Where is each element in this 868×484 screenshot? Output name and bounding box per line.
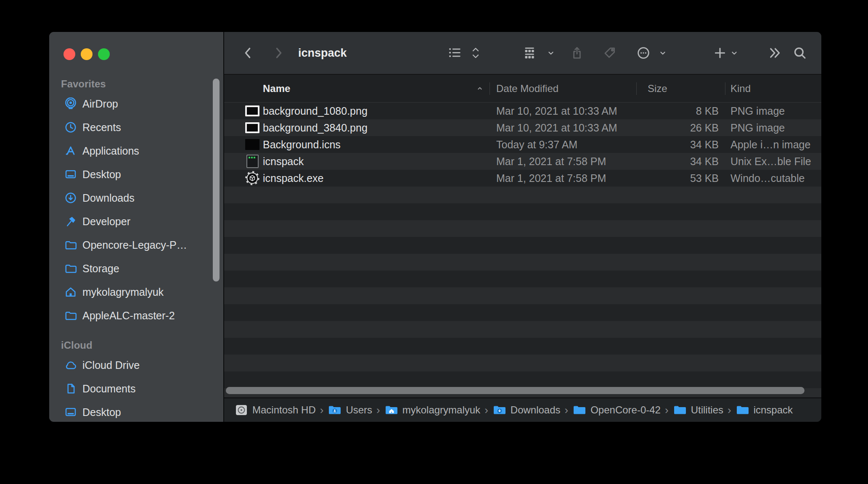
sidebar-item-label: Recents [82,121,121,134]
sidebar-item-label: Desktop [82,168,121,181]
unix-thumb-icon [244,153,261,170]
file-kind: Windo…cutable [730,170,804,187]
file-name: Background.icns [263,136,341,153]
column-header-size[interactable]: Size [648,83,667,95]
sidebar-item-opencore-legacy-p-[interactable]: Opencore-Legacy-P… [49,233,223,257]
home-icon [64,286,77,298]
column-header-date[interactable]: Date Modified [496,83,558,95]
file-date-modified: Today at 9:37 AM [496,136,577,153]
sidebar-item-airdrop[interactable]: AirDrop [49,92,223,116]
sidebar-item-label: Applications [82,145,139,157]
file-name: background_3840.png [263,119,368,136]
column-divider[interactable] [636,82,637,95]
file-date-modified: Mar 1, 2021 at 7:58 PM [496,153,606,170]
folder-icon [64,239,77,251]
group-chevron-icon[interactable] [546,48,556,58]
share-button[interactable] [570,46,584,60]
file-name: icnspack.exe [263,170,324,187]
sidebar-item-desktop[interactable]: Desktop [49,400,223,422]
forward-button[interactable] [271,46,286,60]
sidebar-section: iCloudiCloud DriveDocumentsDesktop [49,339,223,422]
file-kind: Unix Ex…ble File [730,153,811,170]
breadcrumb-item-opencore-0-42[interactable]: OpenCore-0-42 [572,404,661,416]
minimize-button[interactable] [81,48,93,60]
column-header-kind[interactable]: Kind [730,83,751,95]
sidebar-item-label: Documents [82,383,135,395]
file-size: 26 KB [636,119,719,136]
file-name: background_1080.png [263,103,368,119]
breadcrumb-item-users[interactable]: Users [328,404,372,416]
column-divider[interactable] [725,82,725,95]
sidebar-item-developer[interactable]: Developer [49,210,223,233]
window-controls [64,48,110,60]
png-thumb-icon [244,103,261,119]
sort-ascending-icon [476,84,484,93]
file-size: 53 KB [636,170,719,187]
add-chevron-icon[interactable] [730,48,739,58]
breadcrumb-separator: › [728,405,731,416]
breadcrumb-label: icnspack [754,404,793,416]
more-chevron-icon[interactable] [658,48,667,58]
table-row[interactable]: background_3840.pngMar 10, 2021 at 10:33… [224,119,821,136]
sidebar-item-recents[interactable]: Recents [49,116,223,139]
folder-plain-icon [673,404,687,416]
horizontal-scrollbar[interactable] [226,387,804,394]
sidebar-section-label: Favorites [61,78,223,90]
file-name: icnspack [263,153,304,170]
column-divider[interactable] [490,82,490,95]
sidebar-item-label: mykolagrymalyuk [82,286,164,298]
sidebar-scrollbar[interactable] [213,79,220,281]
column-header-name[interactable]: Name [263,83,290,95]
breadcrumb-item-downloads[interactable]: Downloads [492,404,561,416]
breadcrumb-item-icnspack[interactable]: icnspack [736,404,793,416]
table-row[interactable]: background_1080.pngMar 10, 2021 at 10:33… [224,103,821,119]
path-bar: Macintosh HD›Users›mykolagrymalyuk›Downl… [224,397,821,422]
back-button[interactable] [241,46,255,60]
file-date-modified: Mar 1, 2021 at 7:58 PM [496,170,606,187]
breadcrumb-separator: › [376,405,380,416]
recents-icon [64,121,77,134]
group-button[interactable] [524,46,538,60]
breadcrumb-item-macintosh-hd[interactable]: Macintosh HD [234,404,316,416]
sidebar-item-label: Storage [82,263,119,275]
overflow-button[interactable] [767,46,782,60]
breadcrumb-item-mykolagrymalyuk[interactable]: mykolagrymalyuk [384,404,480,416]
desktop-icon [64,168,77,181]
more-actions-button[interactable] [636,46,651,60]
view-mode-stepper[interactable] [471,46,481,60]
sidebar-item-downloads[interactable]: Downloads [49,186,223,210]
add-button[interactable] [713,46,727,60]
sidebar: FavoritesAirDropRecentsApplicationsDeskt… [49,32,224,422]
file-size: 34 KB [636,136,719,153]
folder-downloads-icon [492,404,507,416]
tag-button[interactable] [603,46,617,60]
zoom-button[interactable] [98,48,110,60]
document-icon [64,382,77,395]
sidebar-item-applealc-master-2[interactable]: AppleALC-master-2 [49,304,223,327]
folder-home-icon [384,404,399,416]
breadcrumb-separator: › [665,405,669,416]
applications-icon [64,145,77,157]
breadcrumb-item-utilities[interactable]: Utilities [673,404,723,416]
sidebar-item-icloud-drive[interactable]: iCloud Drive [49,353,223,377]
breadcrumb-label: OpenCore-0-42 [590,404,661,416]
sidebar-item-mykolagrymalyuk[interactable]: mykolagrymalyuk [49,280,223,304]
window-title: icnspack [298,47,347,60]
folder-plain-icon [572,404,587,416]
search-button[interactable] [793,46,807,60]
file-date-modified: Mar 10, 2021 at 10:33 AM [496,119,617,136]
sidebar-item-label: Opencore-Legacy-P… [82,239,187,251]
table-row[interactable]: Background.icnsToday at 9:37 AM34 KBAppl… [224,136,821,153]
table-row[interactable]: icnspack.exeMar 1, 2021 at 7:58 PM53 KBW… [224,170,821,187]
close-button[interactable] [64,48,75,60]
sidebar-item-label: AirDrop [82,98,118,110]
breadcrumb-label: Downloads [511,404,561,416]
table-row[interactable]: icnspackMar 1, 2021 at 7:58 PM34 KBUnix … [224,153,821,170]
sidebar-item-documents[interactable]: Documents [49,377,223,400]
sidebar-item-storage[interactable]: Storage [49,257,223,280]
sidebar-section: FavoritesAirDropRecentsApplicationsDeskt… [49,78,223,327]
sidebar-item-applications[interactable]: Applications [49,139,223,163]
view-mode-icon[interactable] [448,46,462,60]
png-thumb-icon [244,119,261,136]
sidebar-item-desktop[interactable]: Desktop [49,163,223,186]
